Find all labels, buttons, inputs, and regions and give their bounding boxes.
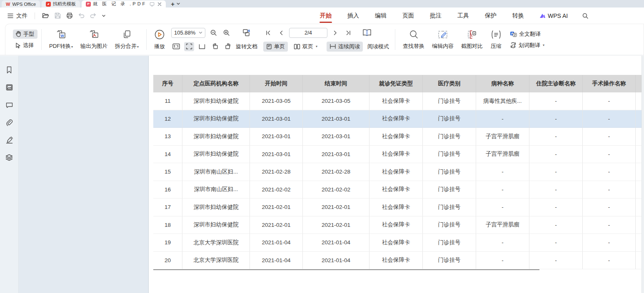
chevron-right-icon <box>333 30 337 35</box>
ribbon-toolbar: 手型 选择 W PDF转换▾ 输出为图片 拆分合并▾ <box>0 24 644 55</box>
double-page-mode-button[interactable]: 双页▾ <box>291 42 320 52</box>
table-cell: - <box>529 216 583 234</box>
page-number-input[interactable]: 2/4 <box>289 28 327 38</box>
full-text-translate-button[interactable]: A 全文翻译 <box>507 30 548 39</box>
open-folder-icon[interactable] <box>42 12 49 19</box>
rotate-right-button[interactable] <box>223 42 233 51</box>
menu-search-icon[interactable] <box>582 12 589 19</box>
table-cell: 门诊挂号 <box>423 110 476 128</box>
table-cell: 门诊挂号 <box>423 92 476 110</box>
table-cell: - <box>583 216 636 234</box>
quick-access-chevron-icon[interactable] <box>102 14 106 17</box>
table-row[interactable]: 12深圳市妇幼保健院2021-03-012021-03-01社会保障卡门诊挂号-… <box>153 110 644 128</box>
last-page-button[interactable] <box>343 28 353 37</box>
tab-list-chevron-icon[interactable] <box>176 2 180 6</box>
chevron-down-icon <box>199 31 202 34</box>
single-page-mode-button[interactable]: 单页 <box>263 42 288 52</box>
redo-icon[interactable] <box>90 13 96 18</box>
table-cell: 深圳市妇幼保健院 <box>182 128 250 146</box>
table-cell: - <box>529 181 583 199</box>
fit-page-icon <box>186 43 192 50</box>
fit-page-button[interactable] <box>184 42 194 51</box>
zoom-out-button[interactable] <box>208 28 218 37</box>
file-menu[interactable]: 文件 <box>16 12 27 20</box>
table-row[interactable]: 15深圳市南山区妇...2021-02-282021-02-28社会保障卡门诊挂… <box>153 163 644 181</box>
table-row[interactable]: 13深圳市妇幼保健院2021-03-012021-03-01社会保障卡门诊挂号子… <box>153 128 644 146</box>
table-cell: - <box>529 252 583 270</box>
read-mode-label[interactable]: 阅读模式 <box>367 43 389 50</box>
table-row[interactable]: 18深圳市妇幼保健院2021-02-012021-02-01社会保障卡门诊挂号子… <box>153 216 644 234</box>
rotate-pages-button[interactable] <box>242 28 252 37</box>
continuous-read-button[interactable]: 连续阅读 <box>327 42 363 52</box>
table-cell: 2021-01-04 <box>250 234 303 252</box>
table-row[interactable]: 16深圳市南山区妇...2021-02-022021-02-02社会保障卡门诊挂… <box>153 181 644 199</box>
bookmarks-panel-button[interactable] <box>5 66 13 74</box>
menu-tab-home[interactable]: 开始 <box>319 9 332 23</box>
table-cell: 2021-02-01 <box>303 199 369 216</box>
table-row[interactable]: 19北京大学深圳医院2021-01-042021-01-04社会保障卡门诊挂号-… <box>153 234 644 252</box>
present-to-screen-icon[interactable] <box>150 2 155 7</box>
next-page-button[interactable] <box>330 28 340 37</box>
rotate-left-button[interactable] <box>210 42 220 51</box>
zoom-in-button[interactable] <box>221 28 231 37</box>
hand-tool-button[interactable]: 手型 <box>13 30 37 39</box>
attachments-panel-button[interactable] <box>5 118 13 127</box>
fit-width-button[interactable] <box>197 42 207 51</box>
previous-page-button[interactable] <box>276 28 286 37</box>
signature-panel-button[interactable] <box>5 136 13 144</box>
pdf-convert-button[interactable]: W PDF转换▾ <box>45 29 77 51</box>
select-tool-button[interactable]: 选择 <box>13 41 37 50</box>
print-icon[interactable] <box>66 12 73 19</box>
table-row[interactable]: 17深圳市妇幼保健院2021-02-012021-02-01社会保障卡门诊挂号-… <box>153 199 644 216</box>
tab-document-pdf[interactable]: P 就 医 记 录 .PDF <box>82 0 166 7</box>
viewer-gutter[interactable] <box>19 56 149 293</box>
edit-content-button[interactable]: 编辑内容 <box>428 29 457 51</box>
table-cell: 2021-03-01 <box>250 128 303 146</box>
menu-tab-page[interactable]: 页面 <box>402 9 415 23</box>
find-replace-button[interactable]: 查找替换 <box>399 29 428 51</box>
tab-docer-templates[interactable]: 找稻壳模板 <box>42 0 80 7</box>
menu-tab-convert[interactable]: 转换 <box>512 9 525 23</box>
table-cell: 18 <box>153 216 182 234</box>
layers-panel-button[interactable] <box>5 153 13 161</box>
thumbnails-panel-button[interactable] <box>5 83 13 92</box>
new-tab-button[interactable]: + <box>171 0 175 7</box>
menu-tab-insert[interactable]: 插入 <box>347 9 360 23</box>
menu-tab-wps-ai[interactable]: WPS AI <box>539 12 568 19</box>
one-to-one-icon <box>172 43 180 50</box>
compress-button[interactable]: 压缩 <box>487 29 506 51</box>
word-translate-button[interactable]: xA 划词翻译▾ <box>507 41 548 50</box>
column-header: 住院主诊断名称 <box>529 75 583 92</box>
table-cell: - <box>529 110 583 128</box>
zoom-level-select[interactable]: 105.88% <box>171 28 205 38</box>
export-as-image-button[interactable]: 输出为图片 <box>77 29 111 51</box>
window-tabbar: W WPS Office 找稻壳模板 P 就 医 记 录 .PDF + <box>0 0 644 7</box>
read-mode-book-button[interactable] <box>362 28 372 37</box>
menu-tab-edit[interactable]: 编辑 <box>374 9 387 23</box>
menu-tab-annotate[interactable]: 批注 <box>429 9 442 23</box>
table-row[interactable]: 20北京大学深圳医院2021-01-042021-01-04社会保障卡门诊挂号-… <box>153 252 644 270</box>
rotate-document-label[interactable]: 旋转文档 <box>236 43 257 50</box>
vertical-scrollbar[interactable] <box>642 56 644 293</box>
table-cell: 子宫平滑肌瘤 <box>476 128 529 146</box>
screenshot-compare-button[interactable]: 截图对比 <box>457 29 487 51</box>
svg-text:W: W <box>60 33 64 37</box>
table-cell: 子宫平滑肌瘤 <box>476 146 529 164</box>
svg-text:x: x <box>512 43 513 46</box>
save-icon[interactable] <box>55 12 61 19</box>
first-page-button[interactable] <box>263 28 273 37</box>
fit-width-icon <box>199 44 205 50</box>
pdf-page[interactable]: 序号定点医药机构名称开始时间结束时间就诊凭证类型医疗类别病种名称住院主诊断名称手… <box>149 56 644 293</box>
main-menu-icon[interactable] <box>7 13 13 18</box>
actual-size-button[interactable] <box>171 42 181 51</box>
undo-icon[interactable] <box>78 13 85 18</box>
table-row[interactable]: 14深圳市妇幼保健院2021-03-012021-03-01社会保障卡门诊挂号子… <box>153 146 644 164</box>
tab-wps-office[interactable]: W WPS Office <box>2 0 40 7</box>
menu-tab-tools[interactable]: 工具 <box>457 9 470 23</box>
close-tab-icon[interactable] <box>157 2 162 6</box>
table-row[interactable]: 11深圳市妇幼保健院2021-03-052021-03-05社会保障卡门诊挂号病… <box>153 92 644 110</box>
menu-tab-protect[interactable]: 保护 <box>484 9 497 23</box>
split-merge-button[interactable]: 拆分合并▾ <box>111 29 142 51</box>
play-slideshow-button[interactable]: 播放 <box>150 28 169 51</box>
comments-panel-button[interactable] <box>5 101 13 109</box>
